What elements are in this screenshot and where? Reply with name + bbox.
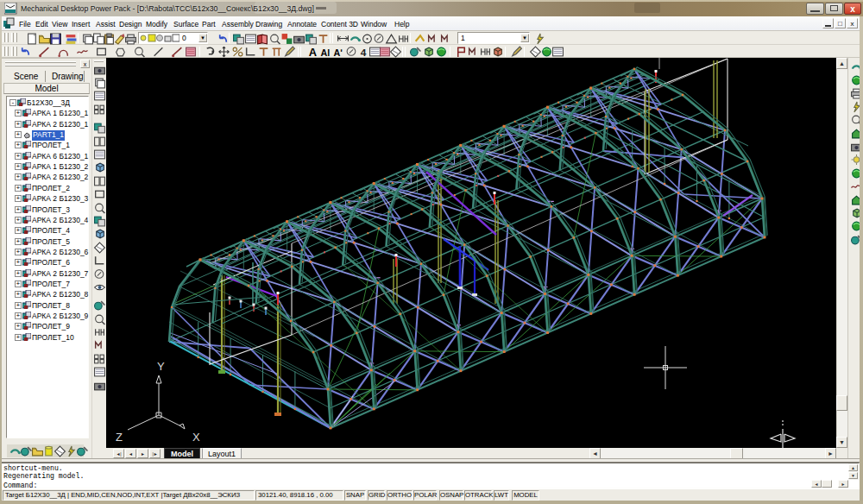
svg-text:A: A bbox=[309, 46, 317, 58]
svg-text:Al: Al bbox=[321, 47, 331, 58]
svg-text:4: 4 bbox=[361, 47, 367, 58]
svg-text:Z: Z bbox=[116, 431, 123, 444]
svg-text:Y: Y bbox=[157, 360, 165, 373]
svg-text:X: X bbox=[192, 431, 200, 444]
svg-text:Aʹ: Aʹ bbox=[334, 47, 343, 58]
